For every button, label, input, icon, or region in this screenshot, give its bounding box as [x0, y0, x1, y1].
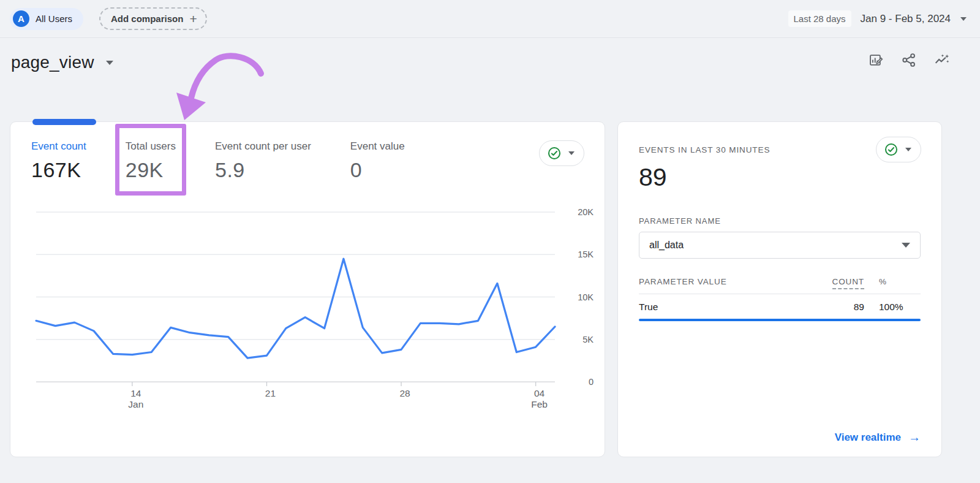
y-axis-tick-label: 0: [589, 377, 594, 387]
date-range-value: Jan 9 - Feb 5, 2024: [861, 13, 951, 25]
share-icon[interactable]: [900, 51, 918, 69]
metric-label: Event value: [350, 140, 405, 153]
table-row: True 89 100%: [639, 294, 921, 319]
header-count-sortable[interactable]: COUNT: [809, 277, 864, 286]
caret-down-icon: [902, 243, 910, 248]
report-header: page_view: [11, 53, 113, 72]
metric-tabs: Event count 167K Total users 29K Event c…: [10, 122, 605, 182]
all-users-label: All Users: [36, 13, 72, 24]
y-axis-tick-label: 5K: [582, 335, 594, 344]
x-axis-tick-label: Jan: [128, 399, 143, 409]
audience-topbar: A All Users Add comparison + Last 28 day…: [0, 0, 980, 38]
metric-label: Event count: [31, 140, 86, 153]
parameter-name-select[interactable]: all_data: [639, 232, 921, 259]
parameter-name-value: all_data: [649, 240, 902, 251]
insights-icon[interactable]: [933, 51, 951, 69]
event-count-trend-chart: 05K10K15K20K14Jan212804Feb: [10, 202, 596, 416]
tab-event-count[interactable]: Event count 167K: [31, 140, 86, 182]
tab-event-value[interactable]: Event value 0: [350, 140, 405, 182]
metric-value: 167K: [31, 158, 86, 182]
plus-icon: +: [189, 12, 197, 25]
date-range-type: Last 28 days: [788, 10, 851, 27]
audience-avatar: A: [13, 10, 29, 27]
metric-value: 0: [350, 158, 405, 182]
view-realtime-link[interactable]: View realtime →: [835, 430, 921, 444]
realtime-event-count: 89: [639, 163, 921, 192]
metric-value: 29K: [126, 158, 176, 182]
data-quality-dropdown[interactable]: [539, 140, 584, 166]
tab-event-count-per-user[interactable]: Event count per user 5.9: [215, 140, 311, 182]
table-header-row: PARAMETER VALUE COUNT %: [639, 277, 921, 294]
header-percent: %: [879, 277, 921, 286]
active-tab-indicator: [32, 119, 96, 125]
all-users-chip[interactable]: A All Users: [10, 8, 83, 30]
y-axis-tick-label: 10K: [578, 292, 594, 302]
caret-down-icon[interactable]: [960, 17, 967, 21]
page-title: page_view: [11, 53, 94, 72]
metric-label: Total users: [126, 140, 176, 153]
y-axis-tick-label: 20K: [578, 207, 594, 217]
customize-report-icon[interactable]: [867, 51, 884, 69]
x-axis-tick-label: 14: [130, 388, 141, 398]
x-axis-tick-label: 28: [399, 388, 410, 398]
parameter-name-label: PARAMETER NAME: [639, 216, 921, 226]
metric-label: Event count per user: [215, 140, 311, 153]
cell-percent: 100%: [879, 302, 921, 313]
view-realtime-label: View realtime: [835, 432, 901, 444]
caret-down-icon: [568, 151, 575, 155]
cell-count: 89: [809, 302, 864, 313]
y-axis-tick-label: 15K: [578, 249, 594, 259]
event-metrics-card: Event count 167K Total users 29K Event c…: [10, 121, 605, 457]
add-comparison-button[interactable]: Add comparison +: [99, 7, 207, 30]
add-comparison-label: Add comparison: [111, 13, 183, 24]
arrow-right-icon: →: [908, 430, 921, 444]
header-parameter-value: PARAMETER VALUE: [639, 277, 809, 286]
tab-total-users[interactable]: Total users 29K: [126, 140, 176, 182]
parameter-value-table: PARAMETER VALUE COUNT % True 89 100%: [639, 277, 921, 321]
x-axis-tick-label: 04: [534, 388, 545, 398]
realtime-card: EVENTS IN LAST 30 MINUTES 89 PARAMETER N…: [617, 121, 942, 457]
check-circle-icon: [548, 146, 561, 160]
x-axis-tick-label: 21: [265, 388, 276, 398]
event-selector-caret-icon[interactable]: [106, 61, 113, 65]
data-quality-dropdown[interactable]: [876, 137, 921, 162]
caret-down-icon: [905, 148, 911, 151]
x-axis-tick-label: Feb: [531, 399, 548, 409]
metric-value: 5.9: [215, 158, 311, 182]
percent-bar: [639, 319, 921, 321]
header-actions: [867, 51, 951, 69]
cell-parameter-value: True: [639, 302, 809, 313]
series-line-event-count: [36, 259, 555, 358]
check-circle-icon: [884, 143, 898, 156]
